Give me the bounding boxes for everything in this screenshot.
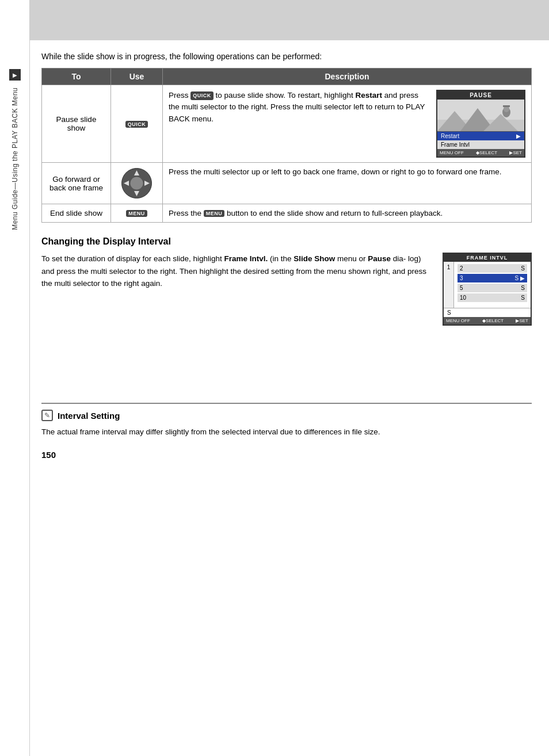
restart-bold: Restart <box>355 91 382 100</box>
top-bar <box>30 0 549 40</box>
note-title: Interval Setting <box>58 411 120 421</box>
pause-screen-menu: Restart ▶ Frame Intvl <box>437 131 524 149</box>
frame-screen-body: 1 2 S 3 S ▶ 5 <box>444 262 531 308</box>
table-row: Go forward or back one frame <box>42 163 532 204</box>
col-header-to: To <box>42 68 111 85</box>
quick-button: QUICK <box>125 121 148 128</box>
page-wrapper: ▶ Menu Guide—Using the PLAY BACK Menu Wh… <box>0 0 549 756</box>
menu-button-inline: MENU <box>204 210 225 217</box>
table-row: Pause slide show QUICK Press QUICK to pa… <box>42 85 532 163</box>
col-header-description: Description <box>163 68 532 85</box>
frame-left-col: 1 <box>444 262 454 308</box>
pause-screen-image: PAUSE <box>436 90 525 158</box>
section-body: To set the duration of display for each … <box>41 253 532 326</box>
frame-bottom-s: S <box>444 308 531 317</box>
screen-pause: PAUSE <box>436 90 525 158</box>
pause-bottom-bar: MENU OFF ◆SELECT ▶SET <box>437 149 524 156</box>
col-header-use: Use <box>111 68 163 85</box>
note-text: The actual frame interval may differ sli… <box>41 426 532 438</box>
intro-text: While the slide show is in progress, the… <box>41 52 532 61</box>
note-icon: ✎ <box>41 410 53 421</box>
fi-item-3s: 3 S ▶ <box>458 274 527 282</box>
desc-cell-pause: Press QUICK to pause slide show. To rest… <box>169 90 525 158</box>
cell-to-forward: Go forward or back one frame <box>42 163 111 204</box>
fi-item-10s: 10 S <box>458 293 527 302</box>
frame-top-bar: FRAME INTVL <box>444 254 531 262</box>
slide-show-bold: Slide Show <box>293 254 335 263</box>
pause-image-svg <box>437 100 524 131</box>
cell-use-end: MENU <box>111 204 163 223</box>
desc-text-pause: Press QUICK to pause slide show. To rest… <box>169 90 430 125</box>
menu-item-restart: Restart ▶ <box>437 132 524 140</box>
fi-item-2s: 2 S <box>458 264 527 273</box>
main-content: While the slide show is in progress, the… <box>30 0 549 756</box>
menu-button: MENU <box>126 210 147 217</box>
sidebar: ▶ Menu Guide—Using the PLAY BACK Menu <box>0 0 30 756</box>
frame-bottom-bar: MENU OFF ◆SELECT ▶SET <box>444 317 531 324</box>
multi-selector-icon <box>121 167 152 199</box>
sidebar-label: Menu Guide—Using the PLAY BACK Menu <box>11 87 19 230</box>
multi-selector-svg <box>121 167 152 199</box>
frame-intvl-screen-container: FRAME INTVL 1 2 S 3 S ▶ <box>443 253 532 326</box>
svg-point-9 <box>131 177 143 190</box>
pause-bold: Pause <box>368 254 391 263</box>
pause-top-bar: PAUSE <box>437 91 524 100</box>
quick-button-inline: QUICK <box>190 91 214 101</box>
sidebar-play-icon: ▶ <box>9 69 21 81</box>
cell-use-forward <box>111 163 163 204</box>
section-title: Changing the Display Interval <box>41 236 532 247</box>
svg-rect-7 <box>503 105 510 107</box>
page-number: 150 <box>41 450 532 460</box>
note-box: ✎ Interval Setting The actual frame inte… <box>41 403 532 438</box>
pause-screen-display <box>437 100 524 131</box>
section-text: To set the duration of display for each … <box>41 253 433 326</box>
operations-table: To Use Description Pause slide show QUIC… <box>41 68 532 223</box>
cell-use-pause: QUICK <box>111 85 163 163</box>
screen-frame: FRAME INTVL 1 2 S 3 S ▶ <box>443 253 532 326</box>
fi-item-5s: 5 S <box>458 284 527 292</box>
note-header: ✎ Interval Setting <box>41 410 532 421</box>
cell-to-end: End slide show <box>42 204 111 223</box>
cell-desc-forward: Press the multi selector up or left to g… <box>163 163 532 204</box>
cell-desc-end: Press the MENU button to end the slide s… <box>163 204 532 223</box>
table-row: End slide show MENU Press the MENU butto… <box>42 204 532 223</box>
frame-right-col: 2 S 3 S ▶ 5 S <box>454 262 531 308</box>
frame-intvl-bold: Frame Intvl. <box>224 254 268 263</box>
cell-to-pause: Pause slide show <box>42 85 111 163</box>
menu-item-frame-intvl: Frame Intvl <box>437 140 524 149</box>
multi-selector-container <box>117 167 157 199</box>
cell-desc-pause: Press QUICK to pause slide show. To rest… <box>163 85 532 163</box>
